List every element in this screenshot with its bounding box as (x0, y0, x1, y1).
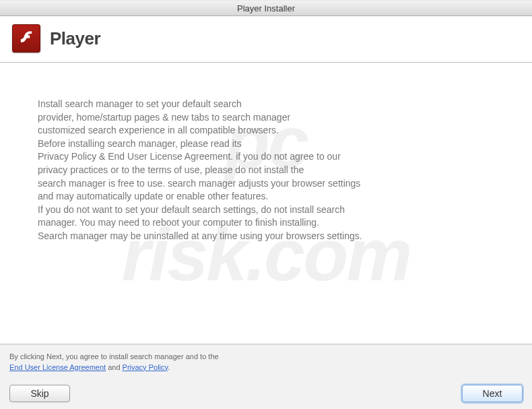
body-line: Before installing search manager, please… (38, 137, 492, 151)
app-title: Player (50, 28, 100, 49)
body-line: privacy practices or to the terms of use… (38, 164, 492, 177)
skip-button[interactable]: Skip (9, 385, 70, 402)
body-line: manager. You may need to reboot your com… (38, 216, 492, 230)
agreement-suffix: . (168, 363, 170, 371)
body-line: If you do not want to set your default s… (38, 203, 492, 217)
body-line: search manager is free to use. search ma… (38, 177, 492, 191)
footer: Skip Next (0, 379, 532, 409)
window-title: Player Installer (237, 3, 295, 13)
body-text: Install search manager to set your defau… (0, 63, 532, 344)
body-line: and may automatically update or enable o… (38, 190, 492, 203)
agreement-and: and (106, 363, 122, 371)
agreement-text: By clicking Next, you agree to install s… (0, 344, 532, 379)
body-line: Privacy Policy & End User License Agreem… (38, 150, 492, 164)
header: Player (0, 16, 532, 63)
flash-logo-icon (12, 24, 40, 53)
body-line: Install search manager to set your defau… (38, 98, 492, 111)
body-line: Search manager may be uninstalled at any… (38, 230, 492, 243)
eula-link[interactable]: End User License Agreement (9, 363, 106, 371)
body-line: customized search experience in all comp… (38, 124, 492, 137)
body-line: provider, home/startup pages & new tabs … (38, 111, 492, 125)
window-titlebar: Player Installer (0, 0, 532, 16)
next-button[interactable]: Next (462, 385, 523, 402)
flash-glyph-icon (17, 29, 36, 48)
agreement-prefix: By clicking Next, you agree to install s… (9, 352, 219, 360)
privacy-link[interactable]: Privacy Policy (123, 363, 168, 371)
